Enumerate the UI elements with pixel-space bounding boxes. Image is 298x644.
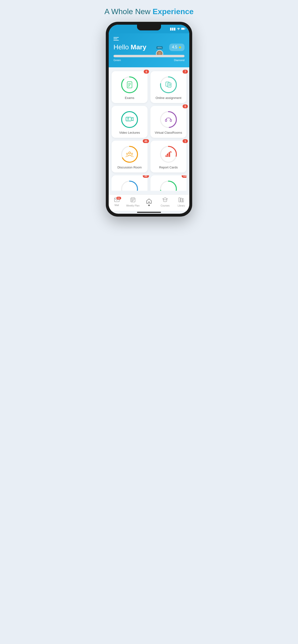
menu-icon[interactable]	[113, 37, 119, 40]
svg-rect-51	[181, 198, 182, 202]
svg-rect-21	[126, 117, 131, 121]
discussion-room-label: Discussion Room	[117, 166, 141, 169]
svg-rect-2	[185, 28, 186, 29]
svg-rect-7	[127, 82, 132, 88]
card-exams[interactable]: 6	[112, 71, 147, 103]
badge-partial-1: 31	[143, 176, 149, 178]
exams-icon-circle	[121, 76, 138, 94]
card-discussion-room[interactable]: 45	[112, 141, 147, 172]
card-report-cards[interactable]: 1	[151, 141, 186, 172]
wifi-icon	[177, 28, 180, 30]
phone-frame: ▊▊▊	[106, 22, 192, 216]
nav-weekly-plan[interactable]: Weekly Plan	[125, 197, 141, 207]
video-lectures-icon-circle	[121, 111, 138, 128]
progress-section: 65% Green Diamond	[113, 55, 185, 62]
card-virtual-classrooms[interactable]: 8	[151, 106, 186, 138]
weekly-plan-label: Weekly Plan	[126, 204, 139, 207]
svg-point-41	[161, 181, 176, 191]
svg-point-32	[131, 153, 133, 154]
svg-point-39	[122, 181, 137, 191]
status-bar: ▊▊▊	[109, 25, 189, 33]
online-assignment-label: Online assignment	[156, 96, 181, 100]
library-icon	[179, 197, 184, 204]
weekly-plan-icon	[130, 197, 135, 204]
card-partial-2[interactable]: 13	[151, 176, 186, 191]
badge-discussion-room: 45	[143, 139, 149, 143]
svg-rect-47	[132, 200, 132, 200]
svg-marker-22	[131, 118, 133, 121]
card-row-4-partial: 31 13	[112, 176, 186, 191]
rating-badge: 4.5 ★	[169, 44, 185, 51]
svg-rect-52	[182, 198, 184, 202]
home-icon	[146, 198, 152, 205]
nav-mail[interactable]: 11 Mail	[109, 198, 125, 206]
svg-rect-48	[133, 200, 134, 200]
nav-courses[interactable]: Courses	[157, 197, 173, 207]
virtual-classrooms-label: Virtual ClassRooms	[155, 131, 182, 134]
svg-point-3	[158, 52, 161, 54]
headline: A Whole New Experience	[104, 7, 194, 16]
card-online-assignment[interactable]: 7	[151, 71, 186, 103]
svg-point-23	[128, 118, 129, 119]
svg-point-38	[122, 181, 137, 191]
level-labels: Green Diamond	[113, 59, 185, 62]
svg-point-40	[161, 181, 176, 191]
card-row-3: 45	[112, 141, 186, 172]
discussion-room-icon-circle	[121, 146, 138, 163]
main-content: 6	[109, 67, 189, 194]
report-cards-label: Report Cards	[159, 166, 178, 169]
courses-label: Courses	[161, 204, 170, 207]
phone-screen: ▊▊▊	[109, 25, 189, 214]
star-icon: ★	[178, 45, 182, 50]
report-cards-icon-circle	[160, 146, 177, 163]
svg-rect-37	[169, 152, 170, 157]
nav-library[interactable]: Library	[173, 197, 189, 207]
progress-track	[113, 55, 185, 57]
app-header: Hello Mary 4.5 ★	[109, 33, 189, 67]
svg-rect-49	[132, 201, 132, 202]
courses-icon	[162, 197, 168, 204]
home-active-dot	[148, 204, 150, 206]
signal-icon: ▊▊▊	[170, 28, 176, 30]
nav-home[interactable]	[141, 198, 157, 206]
library-label: Library	[178, 204, 185, 207]
battery-icon	[181, 28, 186, 30]
virtual-classrooms-icon-circle	[160, 111, 177, 128]
online-assignment-icon-circle	[160, 76, 177, 94]
svg-point-31	[126, 153, 128, 154]
bottom-nav: 11 Mail	[109, 194, 189, 211]
video-lectures-label: Video Lectures	[119, 131, 140, 134]
badge-virtual-classrooms: 8	[183, 104, 188, 108]
home-indicator	[137, 212, 161, 213]
card-partial-1[interactable]: 31	[112, 176, 147, 191]
card-video-lectures[interactable]: Video Lectures	[112, 106, 147, 138]
percent-label: 65%	[157, 46, 163, 49]
badge-online-assignment: 7	[183, 70, 188, 74]
svg-rect-1	[181, 28, 184, 30]
level-end: Diamond	[174, 59, 185, 62]
badge-report-cards: 1	[183, 139, 188, 143]
greeting: Hello Mary	[113, 43, 146, 51]
badge-partial-2: 13	[182, 176, 186, 178]
svg-rect-35	[166, 155, 167, 157]
badge-exams: 6	[144, 70, 149, 74]
notch	[137, 25, 161, 30]
mail-badge: 11	[116, 197, 121, 200]
card-row-1: 6	[112, 71, 186, 103]
svg-rect-50	[179, 198, 180, 202]
status-icons: ▊▊▊	[170, 28, 186, 30]
level-start: Green	[113, 59, 121, 62]
exams-label: Exams	[125, 96, 134, 100]
mail-label: Mail	[114, 204, 119, 206]
svg-point-30	[129, 152, 130, 154]
card-row-2: Video Lectures 8	[112, 106, 186, 138]
